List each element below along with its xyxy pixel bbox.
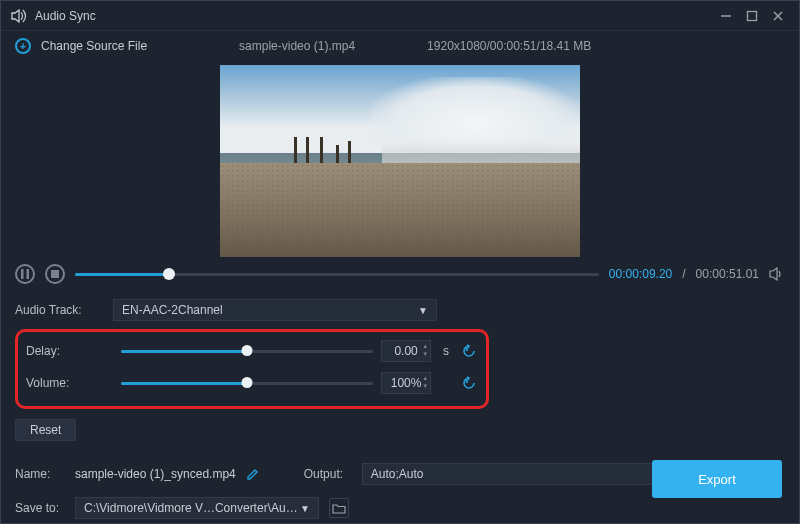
close-button[interactable] (765, 4, 791, 28)
volume-icon[interactable] (769, 266, 785, 282)
plus-circle-icon: + (15, 38, 31, 54)
saveto-path-select[interactable]: C:\Vidmore\Vidmore V…Converter\Audio Syn… (75, 497, 319, 519)
source-bar: + Change Source File sample-video (1).mp… (1, 31, 799, 61)
stop-button[interactable] (45, 264, 65, 284)
svg-rect-4 (21, 269, 24, 279)
name-label: Name: (15, 467, 65, 481)
audio-track-select[interactable]: EN-AAC-2Channel ▼ (113, 299, 437, 321)
video-preview-area (1, 61, 799, 257)
source-filename: sample-video (1).mp4 (239, 39, 355, 53)
saveto-label: Save to: (15, 501, 65, 515)
output-format-select[interactable]: Auto;Auto (362, 463, 686, 485)
chevron-down-icon: ▼ (418, 305, 428, 316)
delay-value: 0.00 (394, 344, 417, 358)
svg-rect-5 (27, 269, 30, 279)
playback-controls: 00:00:09.20/00:00:51.01 (1, 257, 799, 291)
name-value: sample-video (1)_synced.mp4 (75, 467, 236, 481)
volume-spinner[interactable]: ▲▼ (422, 374, 428, 390)
minimize-button[interactable] (713, 4, 739, 28)
duration-time: 00:00:51.01 (696, 267, 759, 281)
volume-slider[interactable] (121, 375, 373, 391)
maximize-button[interactable] (739, 4, 765, 28)
sync-controls-highlight: Delay: 0.00 ▲▼ s Volume: 100% ▲▼ (15, 329, 489, 409)
titlebar: Audio Sync (1, 1, 799, 31)
edit-name-icon[interactable] (246, 467, 260, 481)
video-preview[interactable] (220, 65, 580, 257)
reset-button[interactable]: Reset (15, 419, 76, 441)
change-source-label: Change Source File (41, 39, 147, 53)
export-button[interactable]: Export (652, 460, 782, 498)
saveto-path: C:\Vidmore\Vidmore V…Converter\Audio Syn… (84, 501, 300, 515)
settings-panel: Audio Track: EN-AAC-2Channel ▼ Delay: 0.… (1, 291, 799, 451)
volume-input[interactable]: 100% ▲▼ (381, 372, 431, 394)
source-fileinfo: 1920x1080/00:00:51/18.41 MB (427, 39, 591, 53)
play-pause-button[interactable] (15, 264, 35, 284)
svg-rect-6 (51, 270, 59, 278)
delay-slider[interactable] (121, 343, 373, 359)
output-label: Output: (304, 467, 352, 481)
output-format-value: Auto;Auto (371, 467, 424, 481)
current-time: 00:00:09.20 (609, 267, 672, 281)
delay-input[interactable]: 0.00 ▲▼ (381, 340, 431, 362)
open-folder-button[interactable] (329, 498, 349, 518)
volume-reset-icon[interactable] (461, 374, 478, 392)
svg-rect-1 (748, 11, 757, 20)
delay-label: Delay: (26, 344, 113, 358)
volume-value: 100% (391, 376, 422, 390)
audio-track-label: Audio Track: (15, 303, 105, 317)
seek-slider[interactable] (75, 265, 599, 283)
app-icon (11, 9, 27, 23)
change-source-button[interactable]: + Change Source File (15, 38, 147, 54)
window-title: Audio Sync (35, 9, 713, 23)
delay-unit: s (439, 344, 452, 358)
volume-label: Volume: (26, 376, 113, 390)
audio-track-value: EN-AAC-2Channel (122, 303, 223, 317)
delay-spinner[interactable]: ▲▼ (422, 342, 428, 358)
delay-reset-icon[interactable] (461, 342, 478, 360)
chevron-down-icon: ▼ (300, 503, 310, 514)
